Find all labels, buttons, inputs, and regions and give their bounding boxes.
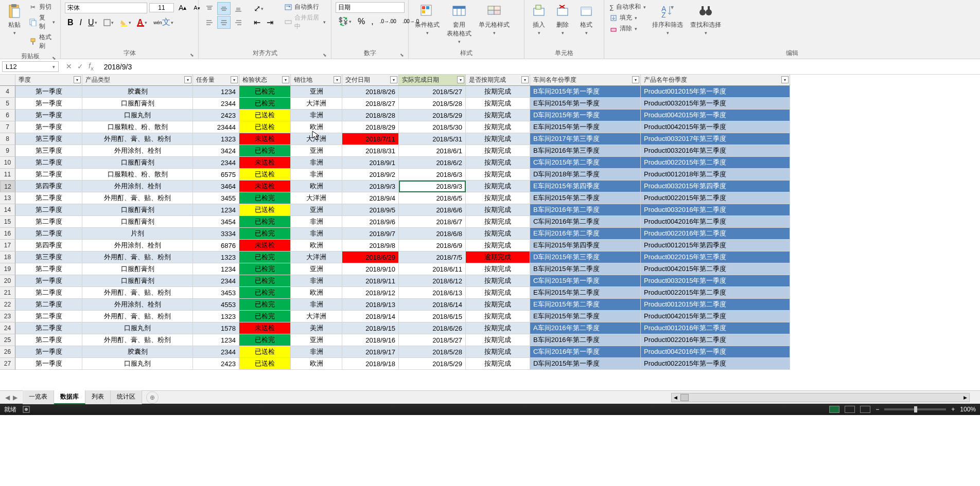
cell[interactable]: 第二季度 bbox=[15, 311, 82, 322]
zoom-out-button[interactable]: − bbox=[876, 406, 879, 413]
cell[interactable]: 欧洲 bbox=[291, 240, 342, 251]
cell[interactable]: 已检完 bbox=[239, 263, 291, 275]
cell[interactable]: 未送检 bbox=[239, 157, 291, 169]
filter-icon[interactable]: ▾ bbox=[521, 76, 529, 83]
cell[interactable]: 已送检 bbox=[239, 110, 291, 121]
cell[interactable]: 1234 bbox=[193, 204, 239, 216]
scroll-thumb[interactable] bbox=[680, 394, 689, 401]
cell[interactable]: 2018/9/7 bbox=[342, 228, 399, 240]
cell[interactable]: 按期完成 bbox=[466, 263, 530, 275]
cell[interactable]: 已检完 bbox=[239, 98, 291, 110]
cell[interactable]: 2018/9/3 bbox=[342, 181, 399, 192]
cell[interactable]: 1234 bbox=[193, 334, 239, 346]
cell[interactable]: Product0032016年第三季度 bbox=[641, 145, 790, 157]
cell[interactable]: 3454 bbox=[193, 216, 239, 228]
format-cells-button[interactable]: 格式▾ bbox=[576, 2, 597, 37]
cell[interactable]: 第二季度 bbox=[15, 299, 82, 311]
cell[interactable]: 1578 bbox=[193, 322, 239, 334]
cell[interactable]: 按期完成 bbox=[466, 133, 530, 145]
cell[interactable]: Product0042015年第二季度 bbox=[641, 311, 790, 322]
row-header[interactable]: 20 bbox=[0, 275, 15, 287]
cell[interactable]: 2018/9/11 bbox=[342, 275, 399, 287]
cell[interactable]: Product0042015年第一季度 bbox=[641, 110, 790, 121]
cell[interactable]: 按期完成 bbox=[466, 240, 530, 251]
cell[interactable]: 2018/8/28 bbox=[342, 110, 399, 121]
cell[interactable]: 口服颗粒、粉、散剂 bbox=[82, 169, 193, 181]
cell[interactable]: 已检完 bbox=[239, 216, 291, 228]
column-header[interactable]: 检验状态▾ bbox=[239, 75, 291, 86]
cell[interactable]: 2018/6/1 bbox=[399, 145, 466, 157]
column-header[interactable]: 季度▾ bbox=[15, 75, 82, 86]
align-left-button[interactable] bbox=[203, 16, 216, 29]
cell[interactable]: D车间2018年第二季度 bbox=[530, 169, 641, 181]
cell[interactable]: 外用酊、膏、贴、粉剂 bbox=[82, 311, 193, 322]
filter-icon[interactable]: ▾ bbox=[781, 76, 789, 83]
cell[interactable]: Product0032015年第四季度 bbox=[641, 181, 790, 192]
sheet-tab[interactable]: 数据库 bbox=[54, 390, 85, 404]
cell[interactable]: 3453 bbox=[193, 287, 239, 299]
scroll-right-icon[interactable]: ▶ bbox=[961, 395, 969, 400]
row-header[interactable]: 24 bbox=[0, 322, 15, 334]
cell[interactable]: Product0012015年第一季度 bbox=[641, 86, 790, 98]
cell[interactable]: E车间2016年第二季度 bbox=[530, 228, 641, 240]
cell[interactable]: D车间2015年第一季度 bbox=[530, 358, 641, 370]
tab-nav-next[interactable]: ▶ bbox=[13, 394, 18, 401]
cell[interactable]: 2018/5/29 bbox=[399, 358, 466, 370]
cell[interactable]: C车间2016年第二季度 bbox=[530, 216, 641, 228]
fill-button[interactable]: 填充▾ bbox=[608, 13, 647, 23]
cell[interactable]: 已送检 bbox=[239, 121, 291, 133]
fill-color-button[interactable]: ▾ bbox=[117, 17, 134, 28]
sort-filter-button[interactable]: AZ排序和筛选▾ bbox=[650, 2, 685, 37]
cell[interactable]: 2018/9/12 bbox=[342, 287, 399, 299]
cell[interactable]: 2018/6/14 bbox=[399, 299, 466, 311]
page-break-view-button[interactable] bbox=[860, 406, 870, 413]
cell[interactable]: 第一季度 bbox=[15, 110, 82, 121]
cell[interactable]: 2344 bbox=[193, 346, 239, 358]
cell[interactable]: 口服颗粒、粉、散剂 bbox=[82, 121, 193, 133]
cell[interactable]: 按期完成 bbox=[466, 275, 530, 287]
cell[interactable]: 第二季度 bbox=[15, 204, 82, 216]
cell[interactable]: E车间2015年第二季度 bbox=[530, 299, 641, 311]
horizontal-scrollbar[interactable]: ◀ ▶ bbox=[671, 393, 970, 402]
cell[interactable]: B车间2016年第三季度 bbox=[530, 145, 641, 157]
cell[interactable]: 2018/6/3 bbox=[399, 169, 466, 181]
cell[interactable]: 非洲 bbox=[291, 169, 342, 181]
cell[interactable]: 2018/5/27 bbox=[399, 86, 466, 98]
cell[interactable]: 已检完 bbox=[239, 86, 291, 98]
cell[interactable]: 外用酊、膏、贴、粉剂 bbox=[82, 251, 193, 263]
fx-button[interactable]: fx bbox=[89, 62, 94, 71]
cell[interactable]: B车间2017年第三季度 bbox=[530, 133, 641, 145]
cell[interactable]: 第三季度 bbox=[15, 251, 82, 263]
cell[interactable]: 欧洲 bbox=[291, 181, 342, 192]
cell[interactable]: 第二季度 bbox=[15, 169, 82, 181]
cell[interactable]: E车间2015年第四季度 bbox=[530, 181, 641, 192]
row-header[interactable]: 15 bbox=[0, 216, 15, 228]
copy-button[interactable]: 复制▾ bbox=[28, 13, 56, 31]
cell[interactable]: 第三季度 bbox=[15, 133, 82, 145]
cell[interactable]: B车间2015年第一季度 bbox=[530, 86, 641, 98]
cell[interactable]: Product0012015年第四季度 bbox=[641, 240, 790, 251]
cell[interactable]: 2018/5/28 bbox=[399, 346, 466, 358]
cell[interactable]: 按期完成 bbox=[466, 157, 530, 169]
cell[interactable]: 3455 bbox=[193, 192, 239, 204]
align-middle-button[interactable] bbox=[217, 2, 231, 15]
cell[interactable]: 外用涂剂、栓剂 bbox=[82, 299, 193, 311]
row-header[interactable]: 26 bbox=[0, 346, 15, 358]
cell[interactable]: 逾期完成 bbox=[466, 251, 530, 263]
row-header[interactable]: 21 bbox=[0, 287, 15, 299]
cell[interactable]: B车间2016年第二季度 bbox=[530, 204, 641, 216]
cell[interactable]: 外用涂剂、栓剂 bbox=[82, 145, 193, 157]
cell[interactable]: 亚洲 bbox=[291, 334, 342, 346]
cell[interactable]: 2423 bbox=[193, 110, 239, 121]
spreadsheet-grid[interactable]: 季度▾产品类型▾任务量▾检验状态▾销往地▾交付日期▾实际完成日期▾是否按期完成▾… bbox=[0, 75, 980, 390]
clear-button[interactable]: 清除▾ bbox=[608, 24, 647, 33]
cell[interactable]: 外用酊、膏、贴、粉剂 bbox=[82, 133, 193, 145]
insert-cells-button[interactable]: 插入▾ bbox=[529, 2, 549, 37]
cell[interactable]: E车间2015年第二季度 bbox=[530, 192, 641, 204]
filter-icon[interactable]: ▾ bbox=[334, 76, 341, 83]
cell[interactable]: 已送检 bbox=[239, 358, 291, 370]
border-button[interactable]: ▾ bbox=[101, 17, 116, 28]
macro-record-icon[interactable] bbox=[23, 406, 30, 413]
cell[interactable]: 第二季度 bbox=[15, 216, 82, 228]
formula-input[interactable]: 2018/9/3 bbox=[99, 62, 980, 72]
